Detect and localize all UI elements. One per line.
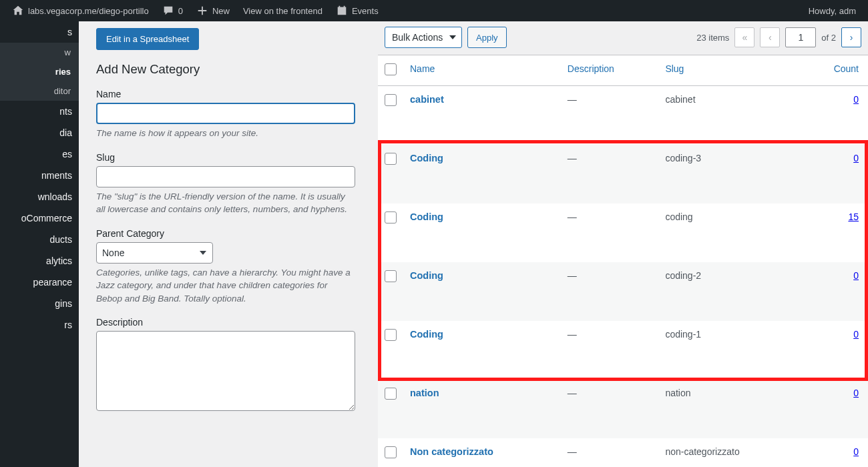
category-slug: coding-1 [658,321,801,380]
parent-desc: Categories, unlike tags, can have a hier… [96,266,355,306]
category-name-link[interactable]: Non categorizzato [410,446,493,457]
col-count-header[interactable]: Count [801,55,868,86]
category-description: — [561,438,659,468]
category-description: — [561,380,659,438]
sidebar-item-4[interactable]: nts [0,101,79,122]
name-input[interactable] [96,103,355,124]
table-row: Coding—coding15 [378,203,868,262]
howdy-user[interactable]: Howdy, adm [802,0,863,21]
category-name-link[interactable]: Coding [410,153,443,163]
events-link[interactable]: Events [329,0,385,21]
col-description-header[interactable]: Description [561,55,659,86]
comments-count: 0 [178,6,183,16]
category-slug: coding-2 [658,262,801,321]
row-checkbox[interactable] [385,270,397,282]
comments-link[interactable]: 0 [156,0,190,21]
select-all-checkbox[interactable] [385,63,397,75]
sidebar-item-6[interactable]: es [0,143,79,165]
category-name-link[interactable]: nation [410,388,439,398]
sidebar-item-2[interactable]: ries [0,62,79,81]
category-slug: coding-3 [658,145,801,203]
items-count: 23 items [696,33,729,43]
home-icon [12,5,24,17]
next-page-button[interactable]: › [841,27,861,47]
apply-button[interactable]: Apply [467,27,507,48]
prev-page-button[interactable]: ‹ [760,27,780,47]
categories-table: Name Description Slug Count cabinet—cabi… [378,55,868,467]
name-desc: The name is how it appears on your site. [96,127,355,140]
category-count-link[interactable]: 0 [853,270,859,281]
row-checkbox[interactable] [385,388,397,400]
category-count-link[interactable]: 0 [853,446,859,457]
table-row: Coding—coding-30 [378,145,868,203]
category-slug: cabinet [658,86,801,145]
col-name-header[interactable]: Name [403,55,561,86]
name-field: Name The name is how it appears on your … [96,89,365,140]
category-count-link[interactable]: 0 [853,329,859,340]
category-description: — [561,203,659,262]
main-content: Edit in a Spreadsheet Add New Category N… [79,21,868,467]
category-name-link[interactable]: Coding [410,211,443,222]
site-link[interactable]: labs.vegacorp.me/diego-portillo [5,0,156,21]
form-heading: Add New Category [96,62,365,77]
sidebar-item-12[interactable]: pearance [0,272,79,293]
sidebar-item-1[interactable]: w [0,43,79,62]
slug-field: Slug The "slug" is the URL-friendly vers… [96,152,365,216]
site-url: labs.vegacorp.me/diego-portillo [28,6,149,16]
sidebar-item-7[interactable]: nments [0,165,79,186]
current-page-input[interactable]: 1 [785,27,816,47]
slug-desc: The "slug" is the URL-friendly version o… [96,190,355,216]
row-checkbox[interactable] [385,153,397,165]
category-count-link[interactable]: 0 [853,153,859,163]
category-count-link[interactable]: 15 [848,211,859,222]
admin-toolbar: labs.vegacorp.me/diego-portillo 0 New Vi… [0,0,868,21]
comment-icon [162,5,174,17]
row-checkbox[interactable] [385,211,397,223]
table-row: Coding—coding-20 [378,262,868,321]
events-label: Events [352,6,379,16]
first-page-button[interactable]: « [734,27,754,47]
slug-label: Slug [96,152,365,163]
sidebar-item-0[interactable]: s [0,21,79,43]
parent-select[interactable]: None [96,242,213,264]
plus-icon [196,5,208,17]
description-textarea[interactable] [96,331,355,411]
category-count-link[interactable]: 0 [853,388,859,398]
edit-spreadsheet-button[interactable]: Edit in a Spreadsheet [96,28,199,50]
sidebar-item-11[interactable]: alytics [0,250,79,272]
sidebar-item-5[interactable]: dia [0,122,79,143]
table-row: Non categorizzato—non-categorizzato0 [378,438,868,468]
category-slug: non-categorizzato [658,438,801,468]
sidebar-item-3[interactable]: ditor [0,81,79,101]
sidebar-item-9[interactable]: oCommerce [0,207,79,229]
row-checkbox[interactable] [385,446,397,458]
sidebar-item-10[interactable]: ducts [0,229,79,250]
bulk-actions-select[interactable]: Bulk Actions [385,27,462,48]
slug-input[interactable] [96,166,355,187]
category-name-link[interactable]: Coding [410,270,443,281]
howdy-text: Howdy, adm [809,6,856,16]
category-name-link[interactable]: cabinet [410,94,444,105]
category-name-link[interactable]: Coding [410,329,443,340]
page-of-label: of 2 [821,33,836,43]
name-label: Name [96,89,365,99]
col-slug-header[interactable]: Slug [658,55,801,86]
table-toolbar: Bulk Actions Apply 23 items « ‹ 1 of 2 › [378,21,868,55]
table-row: nation—nation0 [378,380,868,438]
description-field: Description [96,317,365,413]
category-count-link[interactable]: 0 [853,94,859,105]
view-frontend-link[interactable]: View on the frontend [236,0,329,21]
description-label: Description [96,317,365,328]
new-content-link[interactable]: New [190,0,236,21]
sidebar-item-8[interactable]: wnloads [0,186,79,207]
category-description: — [561,321,659,380]
add-category-form-column: Edit in a Spreadsheet Add New Category N… [79,21,378,467]
row-checkbox[interactable] [385,94,397,106]
sidebar-item-14[interactable]: rs [0,314,79,336]
sidebar-item-13[interactable]: gins [0,293,79,314]
category-description: — [561,86,659,145]
row-checkbox[interactable] [385,329,397,341]
calendar-icon [336,5,348,17]
category-description: — [561,262,659,321]
new-label: New [212,6,230,16]
